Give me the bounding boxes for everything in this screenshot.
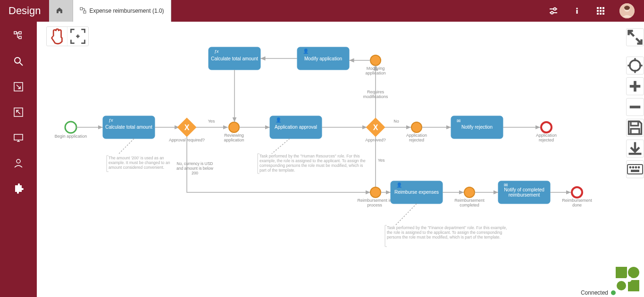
svg-point-6 xyxy=(554,8,556,10)
svg-rect-15 xyxy=(602,10,604,12)
zoom-tools xyxy=(626,28,644,178)
svg-rect-11 xyxy=(600,7,602,9)
svg-rect-45 xyxy=(631,122,638,126)
hand-tool-button[interactable] xyxy=(47,27,67,46)
note-1: The amount '200' is used as an example. … xyxy=(109,156,175,170)
tab-current[interactable]: Expense reimbursement (1.0) xyxy=(73,0,171,22)
svg-rect-22 xyxy=(19,32,21,34)
svg-text:X: X xyxy=(184,124,190,132)
info-icon[interactable] xyxy=(572,6,582,16)
svg-line-28 xyxy=(20,63,23,66)
arrow-up-left-box-icon[interactable] xyxy=(13,107,24,118)
diagram-canvas[interactable]: Begin application ƒx Calculate total amo… xyxy=(37,22,644,288)
tree-icon[interactable] xyxy=(13,30,24,41)
arrow-down-right-box-icon[interactable] xyxy=(13,81,24,92)
svg-text:Notify rejection: Notify rejection xyxy=(461,124,493,130)
svg-rect-14 xyxy=(600,10,602,12)
event-modifying[interactable] xyxy=(370,55,381,66)
canvas-toolbar xyxy=(46,26,89,46)
svg-point-37 xyxy=(630,60,641,71)
svg-rect-47 xyxy=(627,165,643,174)
svg-rect-52 xyxy=(631,170,639,172)
home-icon xyxy=(56,7,63,16)
keyboard-button[interactable] xyxy=(626,160,644,178)
person-icon[interactable] xyxy=(13,157,24,169)
sidebar xyxy=(0,22,37,297)
svg-rect-31 xyxy=(14,134,23,140)
svg-point-101 xyxy=(617,281,626,290)
app-title: Design xyxy=(0,5,49,17)
svg-text:👤: 👤 xyxy=(396,182,402,188)
user-avatar[interactable] xyxy=(619,3,635,18)
tab-home[interactable] xyxy=(49,0,73,22)
svg-rect-46 xyxy=(631,129,639,134)
zoom-out-button[interactable] xyxy=(626,98,644,116)
start-label: Begin application xyxy=(55,134,87,139)
task-calc-label: Calculate total amount xyxy=(105,124,152,130)
tab-bar: Expense reimbursement (1.0) xyxy=(49,0,171,22)
edge-yes1: Yes xyxy=(208,119,215,124)
svg-rect-17 xyxy=(600,13,602,15)
svg-text:Reimbursementcompleted: Reimbursementcompleted xyxy=(454,198,485,207)
event-reimb-inprocess[interactable] xyxy=(370,187,381,198)
app-header: Design Expense reimbursement (1.0) xyxy=(0,0,644,22)
event-rejected[interactable] xyxy=(411,122,422,132)
screen-icon[interactable] xyxy=(13,132,24,143)
end-done[interactable] xyxy=(572,187,582,198)
gateway-approval-required[interactable]: X xyxy=(177,118,196,137)
svg-point-7 xyxy=(551,12,553,14)
status-label: Connected xyxy=(581,289,608,296)
svg-rect-9 xyxy=(577,10,578,14)
svg-text:👤: 👤 xyxy=(276,117,282,123)
svg-rect-18 xyxy=(602,13,604,15)
zoom-in-button[interactable] xyxy=(626,77,644,95)
end-rejected[interactable] xyxy=(541,122,552,132)
svg-point-49 xyxy=(633,167,634,168)
diagram-icon xyxy=(80,7,86,15)
svg-text:Yes: Yes xyxy=(378,158,385,163)
search-icon[interactable] xyxy=(13,56,24,67)
svg-rect-13 xyxy=(597,10,599,12)
note-3: Task performed by the "Finance departmen… xyxy=(387,225,512,239)
svg-rect-23 xyxy=(19,36,21,39)
svg-text:Calculate total amount: Calculate total amount xyxy=(211,56,258,61)
apps-grid-icon[interactable] xyxy=(596,6,605,16)
user-icon: 👤 xyxy=(303,48,309,54)
svg-rect-1 xyxy=(84,11,86,13)
svg-text:Modify application: Modify application xyxy=(304,56,342,61)
gateway-approved[interactable]: X xyxy=(366,118,385,137)
svg-text:X: X xyxy=(373,124,378,132)
bonita-logo xyxy=(615,266,641,292)
svg-rect-16 xyxy=(597,13,599,15)
svg-text:Notify of completedreimburseme: Notify of completedreimbursement xyxy=(504,187,544,198)
svg-point-103 xyxy=(626,276,632,282)
fit-frame-button[interactable] xyxy=(67,27,88,46)
start-event[interactable] xyxy=(65,122,76,133)
svg-text:Requiresmodifications: Requiresmodifications xyxy=(363,90,388,99)
svg-text:Reviewingapplication: Reviewingapplication xyxy=(224,133,244,142)
event-reviewing[interactable] xyxy=(229,122,239,132)
center-button[interactable] xyxy=(626,57,644,74)
svg-text:Reimburse expenses: Reimburse expenses xyxy=(394,190,439,195)
connection-status: Connected xyxy=(581,289,616,296)
note-2: Task performed by the "Human Resources" … xyxy=(259,154,368,173)
edge-no1: No, currency is USD and amount is below … xyxy=(176,161,214,175)
tab-label: Expense reimbursement (1.0) xyxy=(89,8,164,14)
svg-point-48 xyxy=(630,167,631,168)
svg-text:Reimbursement inprocess: Reimbursement inprocess xyxy=(357,198,392,207)
event-reimb-complete[interactable] xyxy=(464,187,475,198)
svg-rect-21 xyxy=(14,32,17,34)
fullscreen-button[interactable] xyxy=(626,28,644,46)
svg-rect-12 xyxy=(602,7,604,9)
save-button[interactable] xyxy=(626,119,644,137)
svg-point-27 xyxy=(15,58,20,63)
svg-point-50 xyxy=(636,167,637,168)
download-button[interactable] xyxy=(626,140,644,157)
sliders-icon[interactable] xyxy=(549,6,558,16)
svg-point-8 xyxy=(576,8,578,9)
svg-rect-99 xyxy=(616,267,627,278)
bpmn-diagram: Begin application ƒx Calculate total amo… xyxy=(37,22,644,288)
svg-text:No: No xyxy=(393,119,399,124)
fx-icon: ƒx xyxy=(109,118,113,123)
puzzle-icon[interactable] xyxy=(13,183,24,194)
